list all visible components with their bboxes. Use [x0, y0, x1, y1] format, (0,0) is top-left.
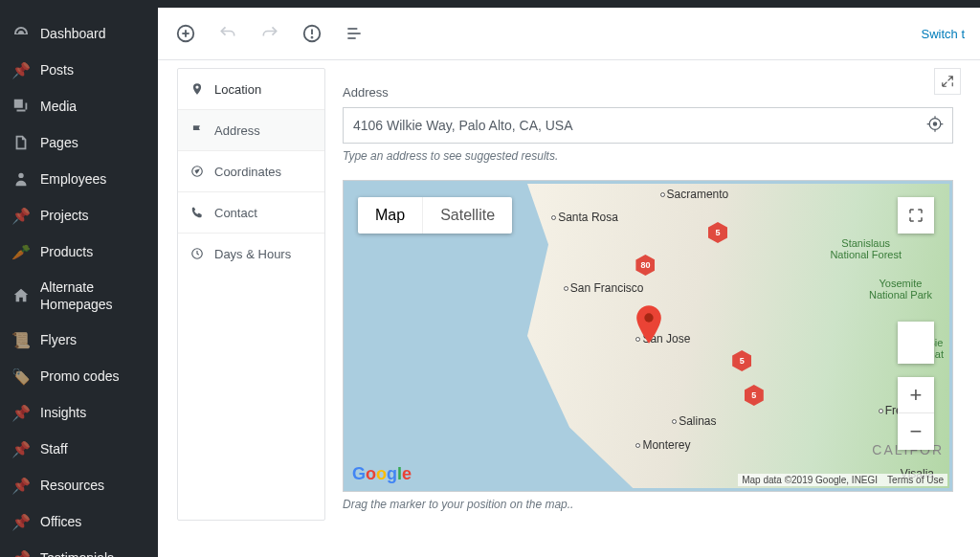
tab-label: Coordinates: [214, 165, 281, 179]
tab-label: Location: [214, 82, 261, 97]
switch-link[interactable]: Switch t: [921, 27, 965, 41]
scroll-icon: 📜: [11, 330, 31, 349]
pin-icon: 📌: [11, 60, 31, 79]
sidebar-item-label: Flyers: [40, 331, 146, 348]
undo-button[interactable]: [215, 21, 240, 46]
address-hint: Type an address to see suggested results…: [343, 149, 953, 163]
sidebar-item-posts[interactable]: 📌 Posts: [0, 52, 158, 88]
svg-point-19: [645, 314, 654, 323]
map[interactable]: Sacramento Santa Rosa San Francisco San …: [346, 184, 949, 488]
address-panel: Address Type an address to see suggested…: [325, 60, 970, 521]
locate-me-button[interactable]: [925, 115, 945, 137]
content-structure-button[interactable]: [300, 21, 324, 46]
expand-panel-button[interactable]: [934, 68, 961, 95]
city-monterey: Monterey: [635, 438, 690, 452]
sidebar-item-label: Offices: [40, 513, 146, 530]
svg-point-0: [18, 173, 23, 178]
city-sacramento: Sacramento: [660, 188, 729, 201]
map-marker[interactable]: [635, 305, 662, 344]
map-hint: Drag the marker to your position on the …: [343, 498, 953, 511]
block-navigation-button[interactable]: [342, 21, 367, 46]
sidebar-item-label: Projects: [40, 207, 146, 224]
svg-point-14: [933, 123, 936, 125]
map-attribution: Map data ©2019 Google, INEGI Terms of Us…: [738, 474, 947, 486]
media-icon: [11, 97, 31, 116]
park-yosemite: Yosemite National Park: [869, 278, 932, 301]
tab-label: Contact: [214, 206, 257, 220]
sidebar-item-insights[interactable]: 📌 Insights: [0, 394, 158, 431]
tab-address[interactable]: Address: [178, 110, 324, 151]
sidebar-item-offices[interactable]: 📌 Offices: [0, 503, 158, 540]
sidebar-item-promo-codes[interactable]: 🏷️ Promo codes: [0, 358, 158, 394]
terms-of-use-link[interactable]: Terms of Use: [887, 475, 944, 485]
map-type-map-button[interactable]: Map: [358, 197, 423, 234]
sidebar-item-resources[interactable]: 📌 Resources: [0, 467, 158, 503]
compass-icon: [189, 164, 205, 179]
main-content: Switch t Location Address Coordinates: [158, 8, 980, 557]
carrot-icon: 🥕: [11, 242, 31, 261]
tab-coordinates[interactable]: Coordinates: [178, 151, 324, 192]
pin-icon: 📌: [11, 476, 31, 495]
sidebar-item-projects[interactable]: 📌 Projects: [0, 197, 158, 234]
pin-icon: 📌: [11, 548, 31, 557]
map-container: Sacramento Santa Rosa San Francisco San …: [343, 180, 953, 492]
map-zoom-out-button[interactable]: −: [898, 413, 934, 450]
pin-icon: 📌: [11, 439, 31, 458]
sidebar-item-testimonials[interactable]: 📌 Testimonials: [0, 540, 158, 557]
address-input-wrap: [343, 107, 953, 144]
address-input[interactable]: [353, 118, 914, 133]
editor-toolbar: Switch t: [158, 8, 980, 60]
phone-icon: [189, 205, 205, 220]
dashboard-icon: [11, 24, 31, 43]
add-block-button[interactable]: [173, 21, 198, 46]
sidebar-item-flyers[interactable]: 📜 Flyers: [0, 322, 158, 358]
redo-button[interactable]: [257, 21, 282, 46]
clock-icon: [189, 246, 205, 261]
city-sanfrancisco: San Francisco: [564, 281, 644, 295]
map-type-satellite-button[interactable]: Satellite: [423, 197, 512, 234]
sidebar-item-label: Dashboard: [40, 25, 146, 42]
svg-rect-8: [347, 33, 360, 34]
sidebar-item-label: Posts: [40, 61, 146, 78]
sidebar-item-label: Testimonials: [40, 549, 146, 557]
admin-sidebar: Dashboard 📌 Posts Media Pages Employees …: [0, 0, 158, 557]
map-zoom-control: + −: [898, 377, 934, 450]
sidebar-item-staff[interactable]: 📌 Staff: [0, 431, 158, 467]
address-label: Address: [343, 85, 953, 100]
svg-rect-9: [347, 37, 355, 39]
sidebar-item-label: Products: [40, 243, 146, 260]
sidebar-item-label: Alternate Homepages: [40, 278, 146, 313]
sidebar-item-products[interactable]: 🥕 Products: [0, 234, 158, 270]
sidebar-item-label: Pages: [40, 134, 146, 151]
svg-marker-11: [195, 169, 199, 173]
sidebar-item-pages[interactable]: Pages: [0, 124, 158, 161]
pin-icon: 📌: [11, 512, 31, 531]
sidebar-item-label: Insights: [40, 404, 146, 421]
tab-days-hours[interactable]: Days & Hours: [178, 234, 324, 274]
tab-label: Days & Hours: [214, 247, 291, 261]
location-tabs: Location Address Coordinates Contact: [177, 68, 325, 521]
sidebar-item-label: Promo codes: [40, 368, 146, 385]
sidebar-item-label: Employees: [40, 170, 146, 188]
sidebar-item-dashboard[interactable]: Dashboard: [0, 15, 158, 52]
map-pegman-control[interactable]: [898, 322, 934, 364]
person-icon: [11, 169, 31, 189]
tab-contact[interactable]: Contact: [178, 192, 324, 234]
sidebar-item-alternate-homepages[interactable]: Alternate Homepages: [0, 270, 158, 322]
attribution-text: Map data ©2019 Google, INEGI: [742, 475, 878, 485]
sidebar-item-label: Resources: [40, 477, 146, 494]
park-stanislaus: Stanislaus National Forest: [830, 237, 902, 260]
sidebar-item-employees[interactable]: Employees: [0, 161, 158, 197]
map-fullscreen-button[interactable]: [898, 197, 934, 234]
sidebar-item-label: Media: [40, 98, 146, 115]
svg-rect-7: [347, 28, 357, 30]
map-type-control: Map Satellite: [358, 197, 512, 234]
pin-icon: 📌: [11, 206, 31, 225]
sidebar-item-label: Staff: [40, 440, 146, 457]
sidebar-item-media[interactable]: Media: [0, 88, 158, 124]
tab-label: Address: [214, 123, 260, 138]
pin-icon: 📌: [11, 403, 31, 422]
tab-location[interactable]: Location: [178, 69, 324, 110]
google-logo: Google: [352, 464, 412, 484]
map-zoom-in-button[interactable]: +: [898, 377, 934, 413]
